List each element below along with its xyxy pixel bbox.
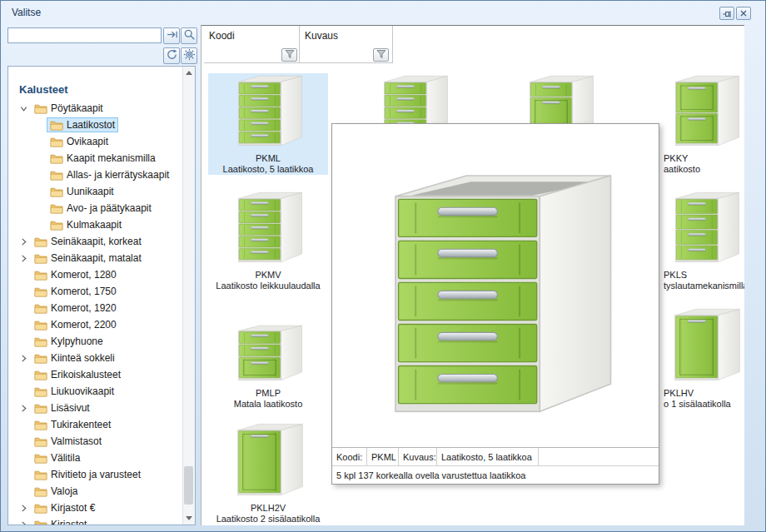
tree-item-kaapit-mekanismilla[interactable]: Kaapit mekanismilla bbox=[8, 150, 179, 167]
folder-icon bbox=[50, 186, 63, 197]
desc-label: Kuvaus: bbox=[399, 448, 437, 465]
tree-item-label: Komerot, 1280 bbox=[51, 269, 117, 281]
close-button[interactable] bbox=[736, 7, 751, 20]
chevron-spacer bbox=[36, 153, 47, 163]
chevron-right-icon[interactable] bbox=[20, 503, 31, 513]
tree-item-label: Uunikaapit bbox=[67, 186, 114, 197]
tree-item-laatikostot[interactable]: Laatikostot bbox=[8, 117, 179, 133]
filter-button-koodi[interactable] bbox=[281, 48, 297, 62]
tree-item-label: Allas- ja kierrätyskaapit bbox=[67, 169, 169, 181]
tree-item-sein-kaapit-matalat[interactable]: Seinäkaapit, matalat bbox=[8, 250, 179, 266]
go-button[interactable] bbox=[163, 27, 180, 44]
desc-value: Laatikosto, 5 laatikkoa bbox=[437, 448, 539, 465]
chevron-spacer bbox=[20, 286, 31, 296]
tree-item-uunikaapit[interactable]: Uunikaapit bbox=[8, 183, 179, 200]
chevron-spacer bbox=[20, 420, 31, 430]
scroll-up-icon[interactable] bbox=[183, 67, 195, 79]
tree-item-ovikaapit[interactable]: Ovikaapit bbox=[8, 133, 179, 150]
scrollbar-thumb[interactable] bbox=[184, 466, 193, 505]
chevron-spacer bbox=[20, 470, 31, 480]
tree-item-erikoiskalusteet[interactable]: Erikoiskalusteet bbox=[8, 366, 179, 383]
tree-item-lis-sivut[interactable]: Lisäsivut bbox=[8, 400, 179, 416]
tree-item-komerot-2200[interactable]: Komerot, 2200 bbox=[8, 316, 179, 333]
tree-item-kulmakaapit[interactable]: Kulmakaapit bbox=[8, 216, 179, 233]
folder-icon bbox=[34, 353, 47, 364]
tree-item-label: Valmistasot bbox=[51, 435, 102, 447]
tree-item-sein-kaapit-korkeat[interactable]: Seinäkaapit, korkeat bbox=[8, 233, 179, 250]
folder-icon bbox=[34, 436, 47, 447]
tree-item-label: Kylpyhuone bbox=[51, 336, 103, 347]
chevron-spacer bbox=[20, 436, 31, 446]
tree-item-allas-ja-kierr-tyskaapit[interactable]: Allas- ja kierrätyskaapit bbox=[8, 167, 179, 183]
tree-item-label: Erikoiskalusteet bbox=[51, 369, 121, 380]
column-header-kuvaus[interactable]: Kuvaus bbox=[300, 26, 393, 63]
catalog-item-pkky[interactable]: PKKYaatikosto bbox=[645, 73, 744, 175]
tree-item-avo-ja-p-tykaapit[interactable]: Avo- ja päätykaapit bbox=[8, 200, 179, 216]
item-code: PKLH2V bbox=[208, 503, 328, 514]
folder-icon bbox=[34, 453, 47, 464]
tree-item-label: Kirjastot bbox=[51, 519, 87, 525]
tree-item-valmistasot[interactable]: Valmistasot bbox=[8, 433, 179, 450]
catalog-item-pkmv[interactable]: PKMVLaatikosto leikkuulaudalla bbox=[208, 190, 328, 291]
refresh-button[interactable] bbox=[163, 47, 180, 64]
search-input[interactable] bbox=[7, 27, 162, 43]
chevron-right-icon[interactable] bbox=[20, 520, 31, 525]
tree-item-kirjastot[interactable]: Kirjastot bbox=[8, 516, 179, 525]
chevron-spacer bbox=[36, 186, 47, 196]
cabinet-5-drawers-image bbox=[208, 73, 328, 152]
chevron-right-icon[interactable] bbox=[20, 353, 31, 363]
item-label: PKKYaatikosto bbox=[645, 153, 744, 175]
cabinet-door-image bbox=[208, 423, 328, 501]
title-bar[interactable]: Valitse bbox=[1, 1, 765, 24]
pin-button[interactable] bbox=[719, 7, 734, 20]
chevron-right-icon[interactable] bbox=[20, 253, 31, 263]
settings-button[interactable] bbox=[181, 47, 197, 64]
tree-item-valoja[interactable]: Valoja bbox=[8, 483, 179, 500]
tree-item-label: Komerot, 2200 bbox=[51, 319, 117, 331]
tree-item-label: Avo- ja päätykaapit bbox=[67, 202, 152, 214]
chevron-right-icon[interactable] bbox=[20, 403, 31, 413]
catalog-item-pklh2v[interactable]: PKLH2VLaatikosto 2 sisälaatikolla bbox=[208, 423, 328, 525]
folder-icon bbox=[50, 153, 63, 164]
folder-icon bbox=[34, 236, 47, 247]
chevron-down-icon[interactable] bbox=[20, 103, 31, 113]
catalog-item-pklhv[interactable]: PKLHVo 1 sisälaatikolla bbox=[645, 308, 744, 410]
tree-item-komerot-1920[interactable]: Komerot, 1920 bbox=[8, 300, 179, 316]
tree-scrollbar[interactable] bbox=[182, 67, 195, 525]
tooltip-info-table: Koodi: PKML Kuvaus: Laatikosto, 5 laatik… bbox=[332, 447, 659, 484]
tree-item-label: Kiinteä sokkeli bbox=[51, 352, 115, 364]
catalog-item-pmlp[interactable]: PMLPMatala laatikosto bbox=[208, 308, 328, 410]
scroll-down-icon[interactable] bbox=[183, 512, 195, 525]
tree-item-label: Valoja bbox=[51, 485, 77, 497]
cabinet-5-drawers-image bbox=[208, 190, 328, 268]
tree-item-komerot-1280[interactable]: Komerot, 1280 bbox=[8, 266, 179, 283]
search-button[interactable] bbox=[181, 27, 197, 44]
chevron-right-icon[interactable] bbox=[20, 236, 31, 246]
tree-item-tukirakenteet[interactable]: Tukirakenteet bbox=[8, 416, 179, 433]
chevron-spacer bbox=[36, 220, 47, 230]
catalog-item-pkml[interactable]: PKMLLaatikosto, 5 laatikkoa bbox=[208, 73, 328, 175]
tree-item-kiinte-sokkeli[interactable]: Kiinteä sokkeli bbox=[8, 350, 179, 366]
tree-item-v-litila[interactable]: Välitila bbox=[8, 450, 179, 466]
item-label: PKMVLaatikosto leikkuulaudalla bbox=[208, 270, 328, 291]
chevron-spacer bbox=[36, 203, 47, 213]
chevron-spacer bbox=[20, 336, 31, 346]
tree-item-kylpyhuone[interactable]: Kylpyhuone bbox=[8, 333, 179, 350]
tree-item-label: Komerot, 1920 bbox=[51, 302, 117, 314]
tree-item-komerot-1750[interactable]: Komerot, 1750 bbox=[8, 283, 179, 300]
tree-item-kirjastot[interactable]: Kirjastot € bbox=[8, 500, 179, 516]
tree-item-liukuovikaapit[interactable]: Liukuovikaapit bbox=[8, 383, 179, 400]
item-label: PKLStyslautamekanismilla bbox=[645, 270, 744, 291]
tree-item-p-yt-kaapit[interactable]: Pöytäkaapit bbox=[8, 100, 179, 117]
chevron-spacer bbox=[20, 486, 31, 496]
catalog-item-pkls[interactable]: PKLStyslautamekanismilla bbox=[645, 190, 744, 291]
tree-root-label[interactable]: Kalusteet bbox=[19, 83, 68, 96]
column-header-koodi[interactable]: Koodi bbox=[204, 26, 300, 63]
cabinet-2-framed-drawers-image bbox=[645, 73, 744, 152]
filter-button-kuvaus[interactable] bbox=[373, 48, 389, 62]
tree-item-rivitieto-ja-varusteet[interactable]: Rivitieto ja varusteet bbox=[8, 466, 179, 483]
tree-item-label: Pöytäkaapit bbox=[51, 102, 103, 114]
tree-item-label: Komerot, 1750 bbox=[51, 286, 117, 297]
chevron-spacer bbox=[20, 320, 31, 330]
tree-item-label: Laatikostot bbox=[67, 119, 115, 131]
